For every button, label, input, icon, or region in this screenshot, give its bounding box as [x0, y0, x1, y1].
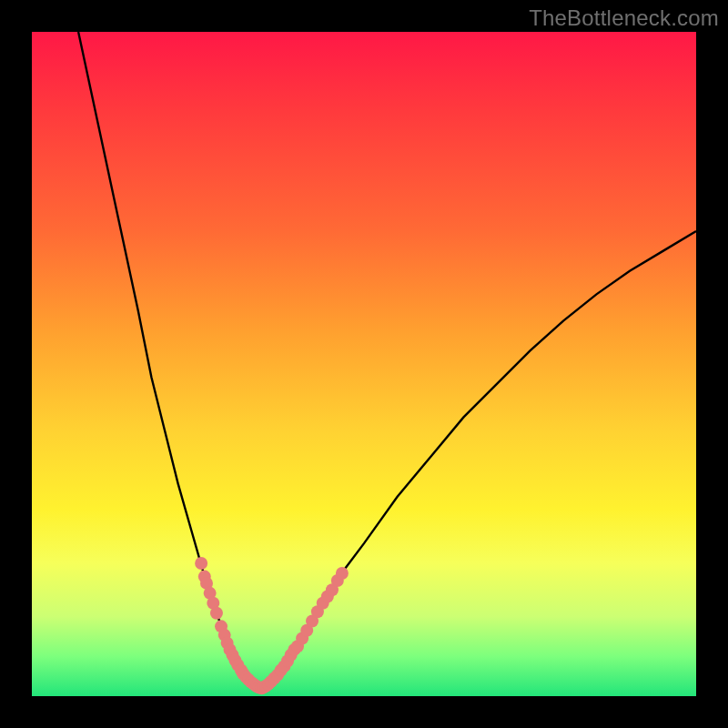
chart-frame: TheBottleneck.com [0, 0, 728, 728]
markers-right [257, 567, 349, 694]
curve-layer [32, 32, 696, 696]
watermark-text: TheBottleneck.com [529, 5, 719, 31]
markers-left [195, 557, 268, 694]
data-point [210, 607, 223, 620]
plot-area [32, 32, 696, 696]
curve-right [258, 231, 696, 688]
curve-left [78, 32, 258, 688]
data-point [336, 567, 349, 580]
data-point [195, 557, 207, 570]
